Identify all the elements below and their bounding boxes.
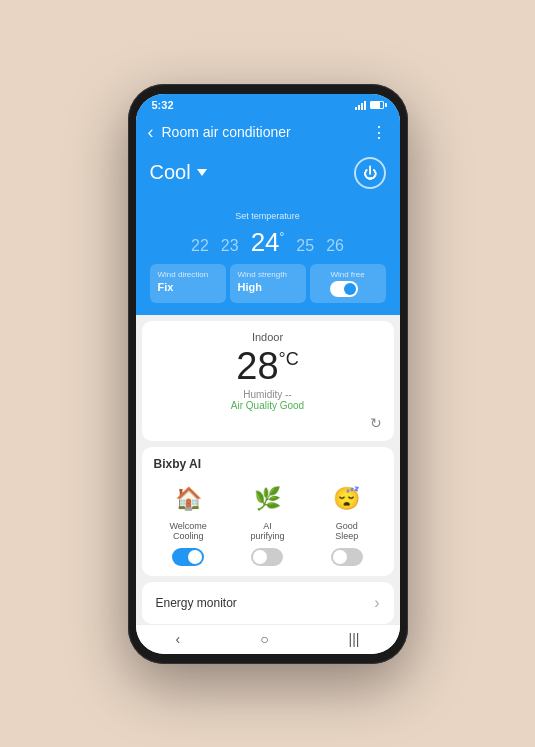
nav-back-button[interactable]: ‹ (175, 631, 180, 647)
bixby-header: Bixby AI (154, 457, 382, 471)
bixby-sleep-knob (333, 550, 347, 564)
temp-row: 22 23 24° 25 26 (150, 227, 386, 258)
wind-free-knob (344, 283, 356, 295)
phone-wrapper: 5:32 ‹ Room air conditioner (128, 84, 408, 664)
bixby-welcome-knob (188, 550, 202, 564)
bixby-items: 🏠 WelcomeCooling 🌿 AIpurifying (154, 481, 382, 567)
signal-bars (355, 100, 366, 110)
power-icon: ⏻ (363, 165, 377, 181)
temp-24-active[interactable]: 24° (251, 227, 285, 258)
temp-deg: ° (280, 230, 285, 244)
more-button[interactable]: ⋮ (371, 123, 388, 142)
indoor-temperature: 28°C (154, 347, 382, 385)
bixby-purifying-label: AIpurifying (250, 521, 284, 543)
temp-22: 22 (191, 237, 209, 255)
wind-strength-value: High (238, 281, 298, 293)
nav-recent-button[interactable]: ||| (349, 631, 360, 647)
signal-bar-3 (361, 103, 363, 110)
temp-25: 25 (296, 237, 314, 255)
bixby-sleep-icon: 😴 (329, 481, 365, 517)
phone-body: 5:32 ‹ Room air conditioner (128, 84, 408, 664)
bixby-purifying-toggle[interactable] (251, 548, 283, 566)
power-button[interactable]: ⏻ (354, 157, 386, 189)
signal-bar-1 (355, 107, 357, 110)
bixby-welcome-toggle[interactable] (172, 548, 204, 566)
bixby-sleep-toggle[interactable] (331, 548, 363, 566)
mode-label: Cool (150, 161, 191, 184)
app-header: ‹ Room air conditioner ⋮ (136, 116, 400, 149)
status-time: 5:32 (152, 99, 174, 111)
bixby-welcome-label: WelcomeCooling (169, 521, 206, 543)
bixby-sleep-label: GoodSleep (335, 521, 358, 543)
indoor-unit: °C (279, 349, 299, 369)
content-area: Indoor 28°C Humidity -- Air Quality Good… (136, 315, 400, 624)
indoor-temp-value: 28 (236, 345, 278, 387)
battery-fill (371, 102, 380, 108)
status-icons (355, 100, 384, 110)
bixby-purifying-knob (253, 550, 267, 564)
blue-section: Cool ⏻ Set temperature 22 23 24° 25 26 (136, 149, 400, 315)
wind-direction-card: Wind direction Fix (150, 264, 226, 303)
wind-strength-label: Wind strength (238, 270, 298, 279)
air-quality-value: Good (280, 400, 304, 411)
phone-screen: 5:32 ‹ Room air conditioner (136, 94, 400, 654)
wind-free-toggle[interactable] (330, 281, 358, 297)
temp-26: 26 (326, 237, 344, 255)
temp-23: 23 (221, 237, 239, 255)
energy-card[interactable]: Energy monitor › (142, 582, 394, 623)
bixby-card: Bixby AI 🏠 WelcomeCooling 🌿 AIpurifying (142, 447, 394, 577)
bixby-purifying-icon: 🌿 (249, 481, 285, 517)
battery-icon (370, 101, 384, 109)
back-button[interactable]: ‹ (148, 122, 154, 143)
energy-label: Energy monitor (156, 596, 237, 610)
indoor-label: Indoor (154, 331, 382, 343)
bixby-item-welcome: 🏠 WelcomeCooling (154, 481, 223, 567)
mode-dropdown-icon (197, 169, 207, 176)
wind-direction-label: Wind direction (158, 270, 218, 279)
signal-bar-2 (358, 105, 360, 110)
indoor-humidity: Humidity -- (154, 389, 382, 400)
wind-free-card[interactable]: Wind free (310, 264, 386, 303)
wind-strength-card: Wind strength High (230, 264, 306, 303)
bixby-item-sleep: 😴 GoodSleep (312, 481, 381, 567)
bixby-item-purifying: 🌿 AIpurifying (233, 481, 302, 567)
temp-set-wrapper: Set temperature 22 23 24° 25 26 (150, 197, 386, 258)
mode-selector[interactable]: Cool (150, 161, 207, 184)
wind-free-label: Wind free (330, 270, 364, 279)
energy-chevron-icon: › (374, 594, 379, 612)
header-title: Room air conditioner (162, 124, 363, 140)
wind-direction-value: Fix (158, 281, 218, 293)
nav-home-button[interactable]: ○ (260, 631, 268, 647)
indoor-card: Indoor 28°C Humidity -- Air Quality Good… (142, 321, 394, 441)
status-bar: 5:32 (136, 94, 400, 116)
air-quality-label: Air Quality (231, 400, 277, 411)
indoor-air-quality: Air Quality Good (154, 400, 382, 411)
nav-bar: ‹ ○ ||| (136, 624, 400, 654)
wind-row: Wind direction Fix Wind strength High Wi… (150, 264, 386, 303)
set-temp-label: Set temperature (150, 211, 386, 221)
refresh-button[interactable]: ↻ (154, 415, 382, 431)
bixby-welcome-icon: 🏠 (170, 481, 206, 517)
signal-bar-4 (364, 101, 366, 110)
mode-row: Cool ⏻ (150, 157, 386, 189)
